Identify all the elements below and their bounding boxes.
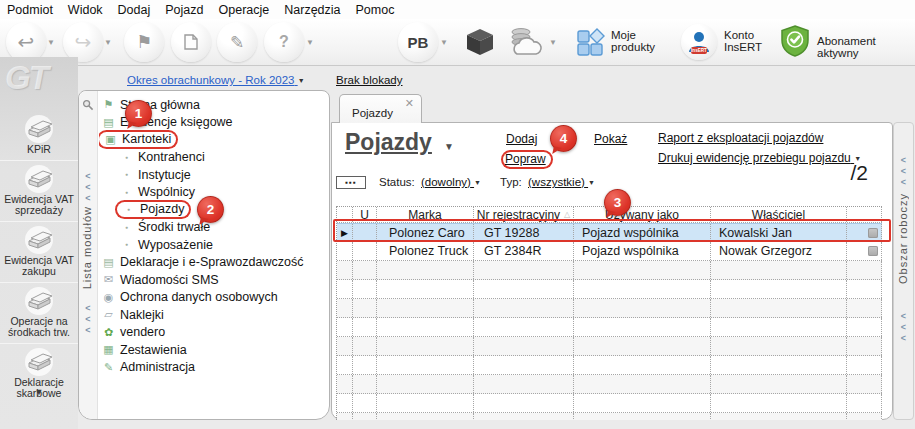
column-header-nr-rejestracyjny[interactable]: Nr rejestracyjny△ <box>474 207 574 222</box>
annotation-badge-4: 4 <box>550 125 577 152</box>
svg-text:InsERT: InsERT <box>691 48 707 53</box>
sms-icon: ✉ <box>101 274 116 285</box>
menu-item-dodaj[interactable]: Dodaj <box>118 3 151 17</box>
empty-cell <box>847 375 882 393</box>
empty-cell <box>353 280 377 298</box>
cell <box>353 242 377 260</box>
collapse-chevrons[interactable]: <<< <box>894 311 913 344</box>
cell <box>847 242 882 260</box>
edit-button[interactable]: ✎ <box>217 22 257 62</box>
module-operacje-na-rodkach-trw-[interactable]: Operacje na środkach trw. <box>0 282 78 343</box>
lista-modulow-vertical-label: Lista modułów <box>81 206 95 289</box>
record-counter: /2 <box>850 161 868 185</box>
tree-item-ochrona-danych-osobowych[interactable]: ◉Ochrona danych osobowych <box>99 289 327 307</box>
menu-item-podmiot[interactable]: Podmiot <box>7 3 53 17</box>
typ-filter-dropdown[interactable]: (wszystkie) ▼ <box>528 176 595 188</box>
typ-label: Typ: <box>500 176 522 188</box>
sort-asc-icon: △ <box>564 210 570 219</box>
column-header-u-ywany-jako[interactable]: Używany jako <box>574 207 711 222</box>
pokaz-link[interactable]: Pokaż <box>594 132 627 146</box>
status-filter-dropdown[interactable]: (dowolny) ▼ <box>421 176 481 188</box>
empty-cell <box>711 280 847 298</box>
more-filters-button[interactable]: ▪▪▪ <box>336 176 366 189</box>
cube-icon[interactable] <box>463 25 497 59</box>
column-header-u[interactable]: U <box>353 207 377 222</box>
konto-insert-label[interactable]: KontoInsERT <box>724 29 762 53</box>
tab-pojazdy[interactable]: Pojazdy ✕ <box>339 94 422 123</box>
table-row-polonez-caro[interactable]: ▶Polonez CaroGT 19288Pojazd wspólnikaKow… <box>337 223 882 242</box>
cell: GT 19288 <box>474 224 574 241</box>
module-ewidencja-vat-sprzeda-y[interactable]: Ewidencja VAT sprzedaży <box>0 160 78 221</box>
ledger-icon <box>21 347 57 377</box>
empty-cell <box>474 413 574 420</box>
row-note-icon[interactable] <box>868 228 878 238</box>
undo-dropdown-caret[interactable]: ▼ <box>47 38 55 47</box>
column-header-marka[interactable]: Marka <box>377 207 474 222</box>
empty-table-row <box>337 356 882 375</box>
drukuj-link[interactable]: Drukuj ewidencję przebiegu pojazdu ▼ <box>658 151 861 165</box>
collapse-chevrons[interactable]: <<< <box>79 171 97 204</box>
pb-user-button[interactable]: PB <box>398 22 438 62</box>
konto-insert-button[interactable]: InsERT <box>681 24 717 60</box>
empty-table-row <box>337 261 882 280</box>
menu-item-operacje[interactable]: Operacje <box>219 3 270 17</box>
empty-table-row <box>337 337 882 356</box>
navigation-panel: <<< Lista modułów <<< ⚑Strona główna▤Ewi… <box>78 90 330 420</box>
tree-item-wiadomości-sms[interactable]: ✉Wiadomości SMS <box>99 271 327 289</box>
obszar-roboczy-splitter[interactable]: <<< Obszar roboczy <<< <box>893 122 914 420</box>
tree-item-instytucje[interactable]: ●Instytucje <box>99 166 327 184</box>
tree-item-wyposażenie[interactable]: ●Wyposażenie <box>99 236 327 254</box>
menu-item-pojazd[interactable]: Pojazd <box>165 3 203 17</box>
new-document-button[interactable] <box>171 22 211 62</box>
menu-item-narzędzia[interactable]: Narzędzia <box>284 3 340 17</box>
cloud-archive-icon[interactable] <box>505 24 545 60</box>
tree-item-kontrahenci[interactable]: ●Kontrahenci <box>99 149 327 167</box>
lista-modulow-splitter[interactable]: <<< Lista modułów <<< <box>79 91 98 419</box>
tab-close-icon[interactable]: ✕ <box>405 97 414 110</box>
tree-item-zestawienia[interactable]: ▦Zestawienia <box>99 341 327 359</box>
products-grid-icon[interactable] <box>576 28 606 58</box>
pin-icon[interactable] <box>82 99 94 111</box>
redo-dropdown-caret[interactable]: ▼ <box>104 38 112 47</box>
column-header-w-a-ciciel[interactable]: Właściciel <box>711 207 847 222</box>
column-header-blank <box>847 207 882 222</box>
abonament-label[interactable]: Abonament aktywny <box>817 35 915 59</box>
modules-more-button[interactable]: ▼ <box>0 387 78 397</box>
help-dropdown-caret[interactable]: ▼ <box>306 38 314 47</box>
tree-item-kartoteki[interactable]: ▣Kartoteki <box>99 131 327 149</box>
pb-initials: PB <box>408 34 429 51</box>
empty-cell <box>474 318 574 336</box>
raport-link[interactable]: Raport z eksploatacji pojazdów <box>658 131 823 145</box>
collapse-chevrons[interactable]: <<< <box>79 303 97 336</box>
module-kpir[interactable]: KPiR <box>0 111 78 160</box>
title-dropdown-caret[interactable]: ▼ <box>444 141 454 152</box>
tree-item-naklejki[interactable]: ▱Naklejki <box>99 306 327 324</box>
cloud-dropdown-caret[interactable]: ▼ <box>549 38 557 47</box>
menu-item-pomoc[interactable]: Pomoc <box>356 3 395 17</box>
tree-item-deklaracje-i-e-sprawozdawczość[interactable]: ▤Deklaracje i e-Sprawozdawczość <box>99 254 327 272</box>
brak-blokady-link[interactable]: Brak blokady <box>336 74 402 86</box>
row-note-icon[interactable] <box>868 246 878 256</box>
empty-table-row <box>337 280 882 299</box>
pb-dropdown-caret[interactable]: ▼ <box>440 38 448 47</box>
annotation-badge-3: 3 <box>604 189 631 216</box>
flag-button[interactable]: ⚑ <box>124 22 164 62</box>
tree-item-administracja[interactable]: ✎Administracja <box>99 359 327 377</box>
tree-item-label: Wspólnicy <box>138 185 195 199</box>
redo-button[interactable]: ↪ <box>63 22 103 62</box>
table-row-polonez-truck[interactable]: Polonez TruckGT 2384RPojazd wspólnikaNow… <box>337 242 882 261</box>
okres-obrachunkowy-link[interactable]: Okres obrachunkowy - Rok 2023 ▼ <box>127 74 305 86</box>
page-title[interactable]: Pojazdy <box>345 129 432 156</box>
undo-button[interactable]: ↩ <box>6 22 46 62</box>
menu-item-widok[interactable]: Widok <box>68 3 103 17</box>
module-ewidencja-vat-zakupu[interactable]: Ewidencja VAT zakupu <box>0 221 78 282</box>
tree-item-label: Deklaracje i e-Sprawozdawczość <box>120 255 303 269</box>
help-button[interactable]: ? <box>264 22 304 62</box>
empty-cell <box>377 337 474 355</box>
collapse-chevrons[interactable]: <<< <box>894 155 913 188</box>
empty-cell <box>337 261 353 279</box>
moje-produkty-label[interactable]: Mojeprodukty <box>611 29 655 53</box>
popraw-link[interactable]: Popraw <box>503 152 551 167</box>
tree-item-vendero[interactable]: ✿vendero <box>99 324 327 342</box>
dodaj-link[interactable]: Dodaj <box>506 132 537 146</box>
